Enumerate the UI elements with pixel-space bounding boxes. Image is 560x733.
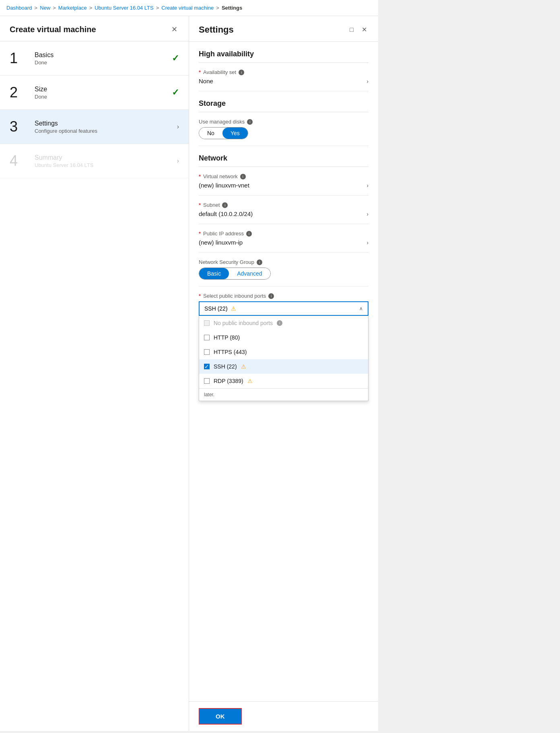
availability-set-chevron-icon[interactable]: › <box>366 78 369 84</box>
inbound-option-rdp-warning-icon: ⚠ <box>247 378 253 384</box>
public-ip-info-icon[interactable]: i <box>246 231 252 237</box>
steps-container: 1 Basics Done ✓ 2 Size Done ✓ 3 <box>0 41 189 178</box>
step-1-name: Basics <box>35 51 172 59</box>
managed-disks-no-button[interactable]: No <box>199 128 222 139</box>
breadcrumb-ubuntu[interactable]: Ubuntu Server 16.04 LTS <box>95 5 153 11</box>
right-panel-header: Settings □ ✕ <box>189 16 378 42</box>
availability-set-value: None <box>199 78 213 84</box>
inbound-option-https[interactable]: HTTPS (443) <box>199 345 368 359</box>
nsg-label-text: Network Security Group <box>199 259 254 265</box>
virtual-network-label: * Virtual network i <box>199 173 369 179</box>
breadcrumb-new[interactable]: New <box>40 5 50 11</box>
breadcrumb-marketplace[interactable]: Marketplace <box>58 5 87 11</box>
inbound-ports-note-text: later. <box>204 392 214 397</box>
availability-set-info-icon[interactable]: i <box>239 70 244 75</box>
subnet-label-text: Subnet <box>203 202 220 208</box>
inbound-ports-warning-icon: ⚠ <box>231 305 236 312</box>
breadcrumb-current: Settings <box>222 5 242 11</box>
inbound-ports-dropdown: SSH (22) ⚠ ∧ No public inbound ports <box>199 301 369 316</box>
breadcrumb-sep-5: > <box>216 5 219 11</box>
right-panel-scroll[interactable]: High availability * Availability set i N… <box>189 42 378 701</box>
step-2-desc: Done <box>35 94 172 100</box>
section-network-header: Network <box>199 146 369 167</box>
virtual-network-value-row: (new) linuxvm-vnet › <box>199 182 369 189</box>
public-ip-value: (new) linuxvm-ip <box>199 239 243 246</box>
step-2-content: Size Done <box>35 86 172 100</box>
breadcrumb-sep-2: > <box>53 5 56 11</box>
nsg-label: Network Security Group i <box>199 259 369 265</box>
right-panel-close-button[interactable]: ✕ <box>360 24 369 35</box>
public-ip-field: * Public IP address i (new) linuxvm-ip › <box>199 224 369 253</box>
section-high-availability-header: High availability <box>199 42 369 63</box>
step-1-content: Basics Done <box>35 51 172 66</box>
step-3-content: Settings Configure optional features <box>35 120 177 134</box>
managed-disks-label-text: Use managed disks <box>199 119 245 125</box>
step-2-number: 2 <box>10 85 30 100</box>
inbound-ports-label-text: Select public inbound ports <box>203 293 266 299</box>
inbound-option-ssh-warning-icon: ⚠ <box>241 363 246 370</box>
nsg-basic-button[interactable]: Basic <box>199 268 229 279</box>
inbound-option-ssh[interactable]: ✓ SSH (22) ⚠ <box>199 359 368 374</box>
step-2-size[interactable]: 2 Size Done ✓ <box>0 76 189 110</box>
managed-disks-label: Use managed disks i <box>199 119 369 125</box>
step-1-basics[interactable]: 1 Basics Done ✓ <box>0 41 189 76</box>
breadcrumb-sep-1: > <box>35 5 38 11</box>
inbound-option-none-label: No public inbound ports <box>214 320 273 326</box>
inbound-option-ssh-checkbox: ✓ <box>204 364 210 369</box>
virtual-network-info-icon[interactable]: i <box>240 174 246 179</box>
breadcrumb-sep-4: > <box>156 5 159 11</box>
step-3-number: 3 <box>10 119 30 134</box>
inbound-ports-label: * Select public inbound ports i <box>199 293 369 299</box>
left-panel-close-button[interactable]: ✕ <box>170 24 179 35</box>
availability-set-value-row: None › <box>199 78 369 84</box>
right-panel: Settings □ ✕ High availability * Availab… <box>189 16 378 731</box>
inbound-ports-dropdown-trigger[interactable]: SSH (22) ⚠ ∧ <box>199 301 369 316</box>
virtual-network-field: * Virtual network i (new) linuxvm-vnet › <box>199 167 369 196</box>
subnet-info-icon[interactable]: i <box>222 202 228 208</box>
inbound-ports-required-star: * <box>199 293 201 299</box>
public-ip-chevron-icon[interactable]: › <box>366 239 369 246</box>
inbound-option-http[interactable]: HTTP (80) <box>199 330 368 345</box>
breadcrumb: Dashboard > New > Marketplace > Ubuntu S… <box>0 0 378 16</box>
inbound-option-http-label: HTTP (80) <box>214 334 240 341</box>
virtual-network-chevron-icon[interactable]: › <box>366 182 369 189</box>
step-4-name: Summary <box>35 154 177 161</box>
inbound-ports-chevron-up-icon: ∧ <box>359 306 363 311</box>
step-1-desc: Done <box>35 60 172 66</box>
right-panel-content: High availability * Availability set i N… <box>189 42 378 373</box>
inbound-option-rdp-label: RDP (3389) <box>214 378 243 384</box>
public-ip-label-text: Public IP address <box>203 231 244 237</box>
breadcrumb-dashboard[interactable]: Dashboard <box>6 5 32 11</box>
nsg-advanced-button[interactable]: Advanced <box>229 268 270 279</box>
inbound-ports-dropdown-list: No public inbound ports i HTTP (80) <box>199 316 369 401</box>
breadcrumb-create-vm[interactable]: Create virtual machine <box>161 5 214 11</box>
step-2-checkmark-icon: ✓ <box>172 87 179 98</box>
inbound-option-none-checkbox <box>204 320 210 326</box>
inbound-ports-info-icon[interactable]: i <box>268 293 274 299</box>
managed-disks-yes-button[interactable]: Yes <box>222 128 248 139</box>
right-panel-title: Settings <box>199 25 234 35</box>
ok-button[interactable]: OK <box>199 708 242 725</box>
virtual-network-label-text: Virtual network <box>203 173 238 179</box>
step-4-summary: 4 Summary Ubuntu Server 16.04 LTS › <box>0 144 189 178</box>
step-4-content: Summary Ubuntu Server 16.04 LTS <box>35 154 177 168</box>
availability-set-label-text: Availability set <box>203 69 236 75</box>
inbound-ports-field: * Select public inbound ports i SSH (22)… <box>199 286 369 322</box>
nsg-info-icon[interactable]: i <box>257 259 262 265</box>
left-panel-title: Create virtual machine <box>10 25 96 34</box>
managed-disks-toggle-group: No Yes <box>199 127 248 139</box>
availability-set-label: * Availability set i <box>199 69 369 75</box>
inbound-ports-trigger-content: SSH (22) ⚠ <box>204 305 236 312</box>
subnet-chevron-icon[interactable]: › <box>366 211 369 217</box>
availability-set-field: * Availability set i None › <box>199 63 369 91</box>
step-1-checkmark-icon: ✓ <box>172 53 179 64</box>
managed-disks-info-icon[interactable]: i <box>247 119 253 125</box>
virtual-network-value: (new) linuxvm-vnet <box>199 182 249 189</box>
subnet-field: * Subnet i default (10.0.2.0/24) › <box>199 196 369 224</box>
inbound-option-rdp-checkbox <box>204 378 210 384</box>
inbound-option-rdp[interactable]: RDP (3389) ⚠ <box>199 374 368 388</box>
step-3-settings[interactable]: 3 Settings Configure optional features › <box>0 110 189 144</box>
public-ip-value-row: (new) linuxvm-ip › <box>199 239 369 246</box>
right-panel-maximize-button[interactable]: □ <box>348 25 355 35</box>
step-3-desc: Configure optional features <box>35 128 177 134</box>
